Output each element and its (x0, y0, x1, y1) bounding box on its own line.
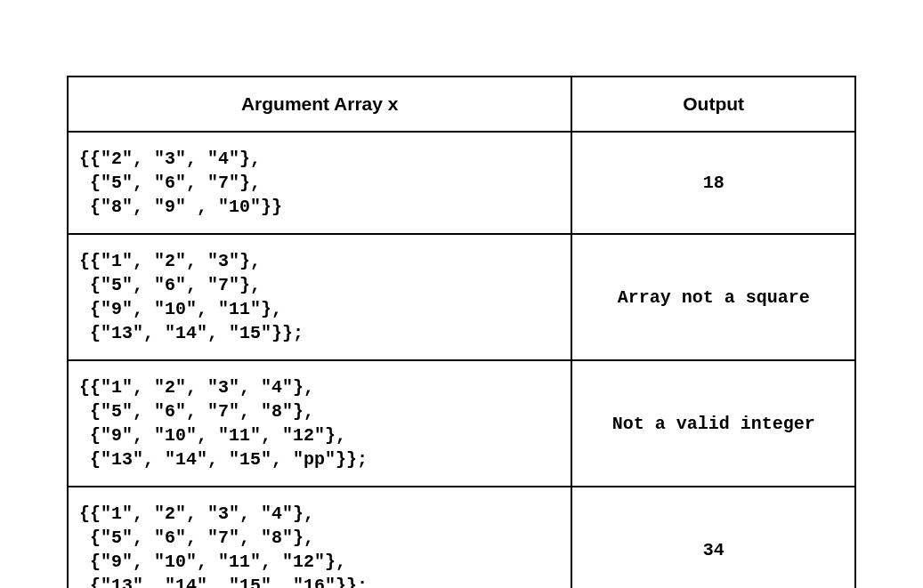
cell-output: Array not a square (571, 234, 855, 360)
cell-input: {{"1", "2", "3"}, {"5", "6", "7"}, {"9",… (68, 234, 571, 360)
io-table-container: Argument Array x Output {{"2", "3", "4"}… (67, 76, 856, 588)
cell-output: 34 (571, 487, 855, 588)
table-row: {{"2", "3", "4"}, {"5", "6", "7"}, {"8",… (68, 132, 855, 234)
table-row: {{"1", "2", "3", "4"}, {"5", "6", "7", "… (68, 487, 855, 588)
cell-input: {{"1", "2", "3", "4"}, {"5", "6", "7", "… (68, 360, 571, 487)
cell-input: {{"2", "3", "4"}, {"5", "6", "7"}, {"8",… (68, 132, 571, 234)
cell-output: Not a valid integer (571, 360, 855, 487)
cell-input: {{"1", "2", "3", "4"}, {"5", "6", "7", "… (68, 487, 571, 588)
table-row: {{"1", "2", "3", "4"}, {"5", "6", "7", "… (68, 360, 855, 487)
table-row: {{"1", "2", "3"}, {"5", "6", "7"}, {"9",… (68, 234, 855, 360)
table-header-row: Argument Array x Output (68, 77, 855, 132)
io-table: Argument Array x Output {{"2", "3", "4"}… (67, 76, 856, 588)
header-output: Output (571, 77, 855, 132)
header-argument-array: Argument Array x (68, 77, 571, 132)
cell-output: 18 (571, 132, 855, 234)
